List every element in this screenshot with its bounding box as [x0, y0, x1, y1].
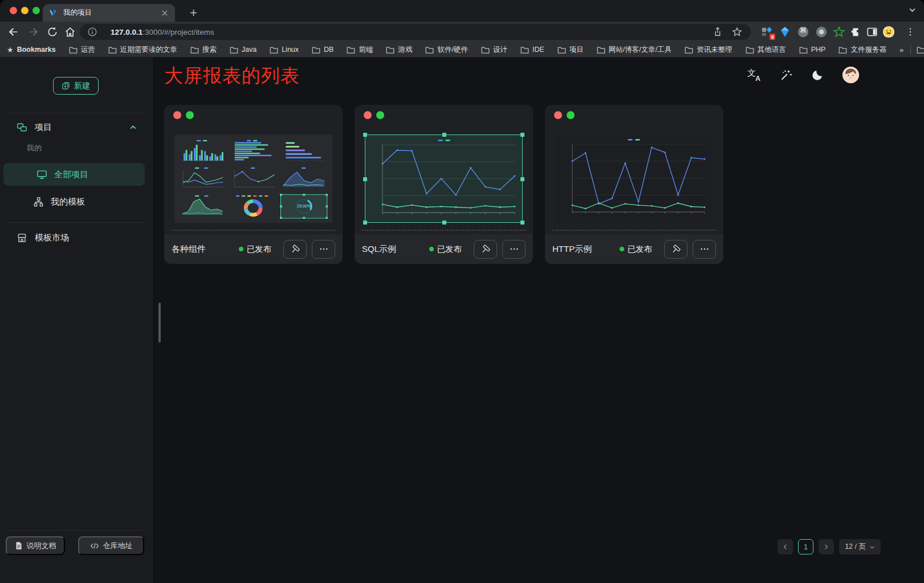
edit-project-button[interactable]: [474, 240, 497, 259]
browser-tab[interactable]: 我的项目: [43, 4, 175, 22]
folder-icon: [917, 46, 924, 54]
bookmarks-manager-item[interactable]: ★ Bookmarks: [7, 46, 56, 54]
selection-handle: [520, 133, 524, 137]
project-card[interactable]: SQL示例 已发布: [355, 105, 533, 264]
card-footer: 各种组件 已发布: [164, 234, 343, 264]
scrollbar-thumb[interactable]: [158, 303, 161, 343]
mini-bar-chart: [179, 138, 227, 164]
bookmark-folder[interactable]: 前端: [347, 45, 373, 55]
bookmark-folder-label: 近期需要读的文章: [120, 45, 177, 55]
tab-close-icon[interactable]: [160, 9, 169, 18]
zoom-window-button[interactable]: [32, 7, 40, 14]
bookmark-folder[interactable]: 文件服务器: [838, 45, 886, 55]
other-bookmarks-folder[interactable]: 其他书签: [917, 45, 924, 55]
home-button[interactable]: [64, 26, 76, 38]
bookmarks-overflow-icon[interactable]: »: [899, 46, 903, 54]
more-actions-button[interactable]: [312, 240, 335, 259]
new-project-label: 新建: [74, 81, 90, 91]
user-avatar[interactable]: [842, 67, 859, 83]
extension-tampermonkey-icon[interactable]: 9: [760, 26, 773, 38]
bookmarks-bar: ★ Bookmarks 运营 近期需要读的文章 搜索 Java Linux: [0, 42, 924, 58]
sidebar-item-all-projects[interactable]: 全部项目: [3, 163, 145, 186]
status-badge: 已发布: [620, 244, 653, 255]
url-text[interactable]: 127.0.0.1:3000/#/project/items: [111, 28, 712, 36]
current-page-button[interactable]: 1: [798, 539, 813, 555]
project-card[interactable]: 25.00% 各种组件 已发布: [164, 105, 343, 264]
bookmark-folder[interactable]: 网站/博客/文章/工具: [597, 45, 671, 55]
sidebar-item-template-market[interactable]: 模板市场: [0, 226, 153, 249]
ellipsis-icon: [319, 244, 329, 254]
bookmarks-divider: [910, 45, 911, 54]
card-dot-red: [364, 111, 372, 119]
side-panel-icon[interactable]: [866, 26, 878, 38]
profile-smiley-icon[interactable]: [882, 26, 895, 38]
status-label: 已发布: [628, 244, 653, 255]
reload-button[interactable]: [46, 26, 59, 38]
card-dot-green: [567, 111, 575, 119]
bookmark-folder-label: IDE: [532, 46, 544, 54]
extension-command-icon[interactable]: ⌘: [797, 26, 809, 38]
project-card[interactable]: HTTP示例 已发布: [545, 105, 723, 264]
page-size-select[interactable]: 12 / 页: [839, 539, 881, 555]
forward-button[interactable]: [27, 26, 40, 38]
bookmark-folder[interactable]: IDE: [520, 46, 544, 54]
new-tab-button[interactable]: [186, 5, 201, 20]
sidebar-divider: [7, 222, 146, 223]
folder-icon: [838, 46, 847, 54]
bookmark-folder-label: PHP: [811, 46, 826, 54]
project-preview-thumbnail[interactable]: [555, 134, 713, 223]
project-preview-thumbnail[interactable]: [365, 134, 523, 223]
browser-menu-kebab-icon[interactable]: [905, 26, 915, 38]
extension-green-star-icon[interactable]: [833, 26, 845, 38]
bookmark-folder-label: 前端: [359, 45, 373, 55]
status-badge: 已发布: [239, 244, 272, 255]
extensions-puzzle-icon[interactable]: [849, 26, 862, 38]
card-footer: SQL示例 已发布: [355, 234, 533, 264]
address-bar[interactable]: 127.0.0.1:3000/#/project/items: [80, 24, 751, 40]
bookmark-folder[interactable]: 游戏: [386, 45, 412, 55]
bookmark-folder[interactable]: 搜索: [190, 45, 217, 55]
pagination: 1 12 / 页: [778, 539, 881, 555]
bookmark-folder[interactable]: 软件/硬件: [425, 45, 467, 55]
minimize-window-button[interactable]: [21, 7, 29, 14]
bookmark-folder[interactable]: DB: [312, 46, 333, 54]
edit-project-button[interactable]: [283, 240, 307, 259]
more-actions-button[interactable]: [502, 240, 526, 259]
dark-mode-moon-icon[interactable]: [811, 68, 824, 81]
selection-handle: [442, 221, 446, 225]
bookmark-folder[interactable]: Java: [230, 46, 257, 54]
more-actions-button[interactable]: [693, 240, 716, 259]
selection-handle: [442, 133, 446, 137]
bookmark-folder[interactable]: 运营: [69, 45, 95, 55]
mini-two-line-chart: [179, 166, 227, 191]
site-info-icon[interactable]: [87, 26, 98, 38]
sidebar-section-projects[interactable]: 项目: [0, 116, 153, 138]
close-window-button[interactable]: [10, 7, 17, 14]
chevron-up-icon[interactable]: [129, 124, 137, 131]
bookmark-folder[interactable]: Linux: [270, 46, 299, 54]
bookmark-folder[interactable]: 其他语言: [746, 45, 786, 55]
bookmark-folder[interactable]: 项目: [557, 45, 584, 55]
project-preview-thumbnail[interactable]: 25.00%: [174, 134, 332, 223]
magic-wand-icon[interactable]: [779, 68, 793, 82]
bookmark-folder[interactable]: 近期需要读的文章: [108, 45, 177, 55]
language-toggle-button[interactable]: 文 A: [747, 68, 761, 82]
card-dotted-divider: [552, 230, 716, 231]
bookmark-folder[interactable]: 资讯未整理: [685, 45, 732, 55]
extension-gem-icon[interactable]: [779, 26, 791, 38]
docs-button[interactable]: 说明文档: [6, 536, 65, 555]
bookmark-folder[interactable]: PHP: [799, 46, 826, 54]
next-page-button[interactable]: [819, 539, 834, 555]
folder-icon: [557, 46, 566, 54]
share-icon[interactable]: [712, 26, 723, 38]
new-project-button[interactable]: 新建: [53, 77, 99, 95]
back-button[interactable]: [7, 26, 19, 38]
edit-project-button[interactable]: [664, 240, 687, 259]
prev-page-button[interactable]: [778, 539, 793, 555]
tab-search-chevron-icon[interactable]: [909, 6, 916, 14]
sidebar-item-my-templates[interactable]: 我的模板: [0, 190, 153, 213]
extension-recorder-icon[interactable]: [815, 26, 828, 38]
repo-button[interactable]: 仓库地址: [78, 536, 144, 555]
bookmark-folder[interactable]: 设计: [481, 45, 507, 55]
bookmark-star-icon[interactable]: [731, 26, 743, 38]
